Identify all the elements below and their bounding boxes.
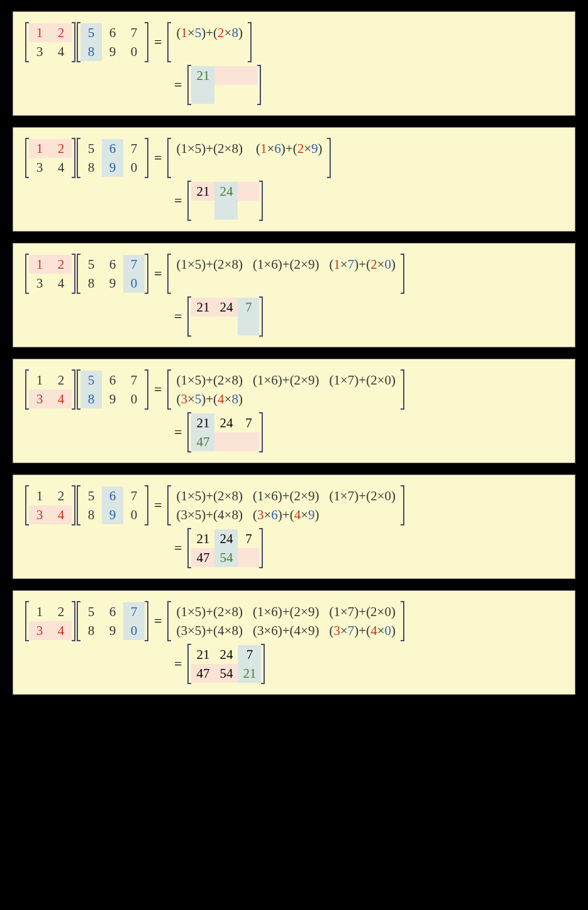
matrix-b-cell: 9 xyxy=(102,505,123,524)
matrix-a: 1234 xyxy=(29,602,72,640)
expression-matrix: (1×5)+(2×8) xyxy=(171,23,248,61)
matrix-b-cell: 0 xyxy=(123,390,145,408)
matrix-a-cell: 4 xyxy=(50,42,72,61)
equals-sign: = xyxy=(154,497,162,514)
result-cell xyxy=(238,432,259,451)
matrix-a-cell: 2 xyxy=(50,486,72,505)
step-line-2: =21247475421 xyxy=(25,644,563,684)
matrix-b-cell: 5 xyxy=(80,486,102,505)
matrix-a: 1234 xyxy=(29,486,72,524)
result-cell: 21 xyxy=(191,645,214,664)
step-panel-6: 1234567890=(1×5)+(2×8)(1×6)+(2×9)(1×7)+(… xyxy=(13,590,575,695)
equals-sign: = xyxy=(154,381,162,398)
expression-cell xyxy=(324,274,401,293)
expression-matrix: (1×5)+(2×8)(1×6)+(2×9)(1×7)+(2×0) xyxy=(171,255,401,293)
equals-sign: = xyxy=(154,34,162,50)
step-line-1: 1234567890=(1×5)+(2×8)(1×6)+(2×9)(1×7)+(… xyxy=(25,601,563,641)
matrix-b-cell: 8 xyxy=(80,505,102,524)
matrix-b-cell: 5 xyxy=(80,139,102,158)
result-cell xyxy=(214,66,236,85)
step-panel-5: 1234567890=(1×5)+(2×8)(1×6)+(2×9)(1×7)+(… xyxy=(13,475,575,579)
matrix-a-cell: 4 xyxy=(50,158,72,177)
matrix-a-cell: 2 xyxy=(50,139,72,158)
matrix-b-cell: 6 xyxy=(102,371,123,390)
expression-cell: (1×7)+(2×0) xyxy=(324,602,401,621)
result-cell xyxy=(214,201,238,220)
expression-cell: (3×5)+(4×8) xyxy=(171,621,248,640)
step-line-1: 1234567890=(1×5)+(2×8)(1×6)+(2×9)(1×7)+(… xyxy=(25,369,563,410)
result-cell: 54 xyxy=(214,664,238,683)
equals-sign: = xyxy=(174,424,182,441)
matrix-a-cell: 2 xyxy=(50,23,72,42)
matrix-b-cell: 0 xyxy=(123,621,145,640)
result-matrix: 2124747 xyxy=(191,413,259,451)
matrix-b-cell: 0 xyxy=(123,274,145,293)
result-cell: 24 xyxy=(214,413,238,432)
step-line-2: =21247 xyxy=(25,296,563,337)
matrix-b-cell: 6 xyxy=(102,602,123,621)
result-matrix: 21247 xyxy=(191,298,259,335)
result-cell: 21 xyxy=(191,298,214,317)
matrix-a: 1234 xyxy=(29,371,72,408)
expression-cell: (1×5)+(2×8) xyxy=(171,255,248,274)
step-line-1: 1234567890=(1×5)+(2×8) (1×6)+(2×9) xyxy=(25,138,563,178)
expression-matrix: (1×5)+(2×8)(1×6)+(2×9)(1×7)+(2×0)(3×5)+(… xyxy=(171,371,401,408)
matrix-a-cell: 1 xyxy=(29,371,50,390)
matrix-b-cell: 7 xyxy=(123,602,145,621)
result-cell: 24 xyxy=(214,298,238,317)
result-cell: 21 xyxy=(191,66,214,85)
matrix-b-cell: 8 xyxy=(80,274,102,293)
matrix-b: 567890 xyxy=(80,255,145,293)
matrix-b-cell: 9 xyxy=(102,621,123,640)
result-cell: 47 xyxy=(191,432,214,451)
matrix-b-cell: 5 xyxy=(80,255,102,274)
matrix-a-cell: 4 xyxy=(50,274,72,293)
expression-cell: (3×6)+(4×9) xyxy=(248,505,325,524)
equals-sign: = xyxy=(154,266,162,282)
result-cell xyxy=(214,432,238,451)
expression-cell: (3×7)+(4×0) xyxy=(324,621,401,640)
step-panel-3: 1234567890=(1×5)+(2×8)(1×6)+(2×9)(1×7)+(… xyxy=(13,243,575,347)
matrix-b: 567890 xyxy=(80,139,145,177)
matrix-multiply-steps: 1234567890=(1×5)+(2×8) =21 1234567890=(1… xyxy=(0,11,588,695)
matrix-b-cell: 9 xyxy=(102,42,123,61)
matrix-b-cell: 5 xyxy=(80,23,102,42)
result-cell: 47 xyxy=(191,664,214,683)
matrix-b-cell: 6 xyxy=(102,255,123,274)
result-cell xyxy=(214,317,238,335)
matrix-b-cell: 0 xyxy=(123,42,145,61)
step-line-2: =2124747 xyxy=(25,412,563,452)
result-cell: 24 xyxy=(214,645,238,664)
matrix-b-cell: 5 xyxy=(80,371,102,390)
result-cell xyxy=(238,182,259,201)
matrix-b-cell: 7 xyxy=(123,255,145,274)
matrix-b: 567890 xyxy=(80,602,145,640)
result-cell: 21 xyxy=(191,413,214,432)
expression-cell: (3×6)+(4×9) xyxy=(248,621,325,640)
matrix-b-cell: 8 xyxy=(80,42,102,61)
result-matrix: 212474754 xyxy=(191,529,259,567)
expression-cell: (1×6)+(2×9) xyxy=(248,255,325,274)
expression-cell xyxy=(248,390,325,408)
result-cell: 7 xyxy=(238,645,261,664)
result-cell xyxy=(236,66,257,85)
matrix-a-cell: 1 xyxy=(29,23,50,42)
equals-sign: = xyxy=(174,540,182,556)
equals-sign: = xyxy=(174,656,182,672)
expression-cell: (1×7)+(2×0) xyxy=(324,371,401,390)
step-line-1: 1234567890=(1×5)+(2×8)(1×6)+(2×9)(1×7)+(… xyxy=(25,485,563,525)
matrix-a-cell: 3 xyxy=(29,390,50,408)
result-cell xyxy=(191,201,214,220)
matrix-b-cell: 5 xyxy=(80,602,102,621)
matrix-a-cell: 1 xyxy=(29,486,50,505)
step-panel-1: 1234567890=(1×5)+(2×8) =21 xyxy=(13,11,575,116)
expression-cell: (1×5)+(2×8) xyxy=(171,602,248,621)
matrix-b-cell: 7 xyxy=(123,486,145,505)
expression-cell xyxy=(171,42,248,61)
expression-cell: (3×5)+(4×8) xyxy=(171,505,248,524)
expression-cell xyxy=(171,158,327,177)
expression-cell xyxy=(248,274,325,293)
expression-cell: (1×5)+(2×8) (1×6)+(2×9) xyxy=(171,139,327,158)
result-cell: 21 xyxy=(238,664,261,683)
result-cell: 21 xyxy=(191,182,214,201)
